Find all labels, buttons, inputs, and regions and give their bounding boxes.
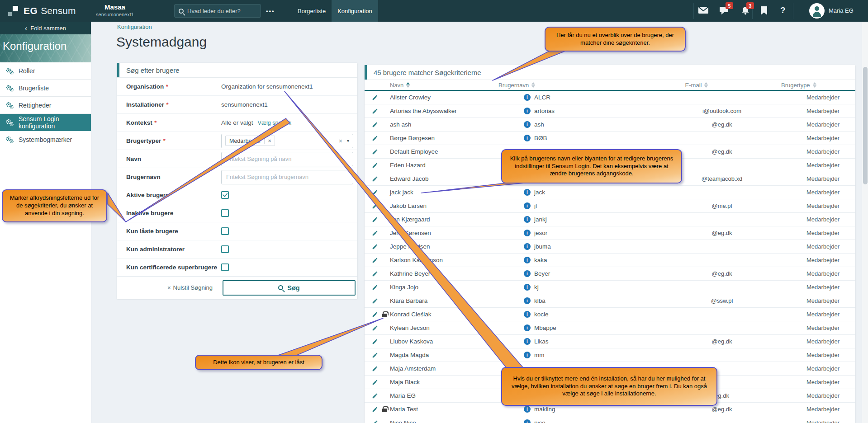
table-row[interactable]: Magda Magda i mm Medarbejder <box>365 348 855 362</box>
user-name-link[interactable]: Klara Barbara <box>390 297 524 304</box>
tab-borgerliste[interactable]: Borgerliste <box>292 0 332 22</box>
edit-pencil-icon[interactable] <box>372 203 378 209</box>
collapse-sidebar-button[interactable]: ‹ Fold sammen <box>0 22 91 34</box>
table-row[interactable]: Karlson Karlsonson i kaka Medarbejder <box>365 254 855 267</box>
table-row[interactable]: jack jack i jack Medarbejder <box>365 186 855 199</box>
edit-pencil-icon[interactable] <box>372 393 378 399</box>
edit-pencil-icon[interactable] <box>372 338 378 345</box>
edit-pencil-icon[interactable] <box>372 366 378 372</box>
table-row[interactable]: Kinga Jojo i kj Medarbejder <box>365 281 855 294</box>
table-row[interactable]: Jakob Larsen i jl @me.pl Medarbejder <box>365 199 855 213</box>
sidebar-item-sensum-login-konfiguration[interactable]: Sensum Login konfiguration <box>0 114 91 131</box>
info-icon[interactable]: i <box>524 324 531 331</box>
user-name-link[interactable]: Kathrine Beyer <box>390 270 524 277</box>
edit-pencil-icon[interactable] <box>372 379 378 385</box>
edit-pencil-icon[interactable] <box>372 244 378 250</box>
user-name-link[interactable]: Karlson Karlsonson <box>390 257 524 263</box>
table-row[interactable]: Jan Kjærgaard i jankj Medarbejder <box>365 213 855 226</box>
user-name-link[interactable]: ash ash <box>390 121 524 128</box>
edit-pencil-icon[interactable] <box>372 298 378 304</box>
current-user-name[interactable]: Maria EG <box>829 7 854 14</box>
column-header-brugertype[interactable]: Brugertype <box>762 82 816 89</box>
edit-pencil-icon[interactable] <box>372 311 378 318</box>
sidebar-item-roller[interactable]: Roller <box>0 62 91 80</box>
info-icon[interactable]: i <box>524 284 531 291</box>
bookmark-icon[interactable] <box>760 6 770 15</box>
aktive-brugere-checkbox[interactable] <box>221 191 229 199</box>
table-row[interactable]: Kathrine Beyer i Beyer @eg.dk Medarbejde… <box>365 267 855 281</box>
edit-pencil-icon[interactable] <box>372 325 378 331</box>
edit-pencil-icon[interactable] <box>372 122 378 128</box>
table-row[interactable]: Jeppe Madsen i jbuma Medarbejder <box>365 240 855 254</box>
user-name-link[interactable]: Nice Nice <box>390 419 524 423</box>
table-row[interactable]: Kylean Jecson i Mbappe Medarbejder <box>365 321 855 335</box>
sidebar-item-rettigheder[interactable]: Rettigheder <box>0 97 91 114</box>
kun-administratorer-checkbox[interactable] <box>221 245 229 253</box>
edit-pencil-icon[interactable] <box>372 176 378 182</box>
search-button[interactable]: Søg <box>223 280 356 296</box>
edit-pencil-icon[interactable] <box>372 284 378 291</box>
reset-search-button[interactable]: × Nulstil Søgning <box>167 284 213 291</box>
info-icon[interactable]: i <box>524 216 531 223</box>
info-icon[interactable]: i <box>524 108 531 114</box>
context-switcher[interactable]: Masaa sensumonenext1 <box>81 3 149 18</box>
table-row[interactable]: Artorias the Abysswalker i artorias i@ou… <box>365 104 855 118</box>
dropdown-caret-icon[interactable]: ▾ <box>347 138 349 143</box>
table-row[interactable]: Alister Crowley i ALCR Medarbejder <box>365 91 855 104</box>
info-icon[interactable]: i <box>524 230 531 236</box>
user-name-link[interactable]: Maria Test <box>390 406 524 413</box>
user-name-link[interactable]: Kylean Jecson <box>390 324 524 331</box>
search-input[interactable] <box>187 8 255 14</box>
edit-pencil-icon[interactable] <box>372 420 378 423</box>
sidebar-item-systembogm-rker[interactable]: Systembogmærker <box>0 131 91 148</box>
user-name-link[interactable]: Kinga Jojo <box>390 284 524 291</box>
user-name-link[interactable]: Jan Kjærgaard <box>390 216 524 223</box>
table-row[interactable]: Jens Sørensen i jesor @eg.dk Medarbejder <box>365 226 855 240</box>
edit-pencil-icon[interactable] <box>372 257 378 263</box>
global-search[interactable] <box>174 4 261 18</box>
table-row[interactable]: Nice Nice i nice Medarbejder <box>365 416 855 423</box>
user-name-link[interactable]: Artorias the Abysswalker <box>390 108 524 114</box>
info-icon[interactable]: i <box>524 270 531 277</box>
column-header-navn[interactable]: Navn <box>365 82 498 89</box>
info-icon[interactable]: i <box>524 189 531 196</box>
info-icon[interactable]: i <box>524 338 531 345</box>
user-name-link[interactable]: Jeppe Madsen <box>390 243 524 250</box>
inaktive-brugere-checkbox[interactable] <box>221 209 229 217</box>
table-row[interactable]: Klara Barbara i klba @ssw.pl Medarbejder <box>365 294 855 308</box>
vaelg-specifik-link[interactable]: Vælg specifik <box>258 120 291 126</box>
info-icon[interactable]: i <box>524 297 531 304</box>
chip-remove-icon[interactable]: × <box>264 137 275 144</box>
table-row[interactable]: Liubov Kaskova i Likas @eg.dk Medarbejde… <box>365 335 855 348</box>
user-name-link[interactable]: jack jack <box>390 189 524 196</box>
info-icon[interactable]: i <box>524 406 531 413</box>
edit-pencil-icon[interactable] <box>372 135 378 141</box>
edit-pencil-icon[interactable] <box>372 108 378 114</box>
info-icon[interactable]: i <box>524 419 531 423</box>
more-menu-icon[interactable]: ••• <box>266 0 275 22</box>
info-icon[interactable]: i <box>524 121 531 128</box>
user-name-link[interactable]: Magda Magda <box>390 352 524 358</box>
user-name-link[interactable]: Alister Crowley <box>390 94 524 101</box>
clear-icon[interactable]: × <box>339 137 342 145</box>
scrollbar-thumb[interactable] <box>863 67 868 184</box>
column-header-email[interactable]: E-mail <box>631 82 762 89</box>
column-header-brugernavn[interactable]: Brugernavn <box>498 82 631 89</box>
user-name-link[interactable]: Konrad Cieślak <box>390 311 524 318</box>
edit-pencil-icon[interactable] <box>372 149 378 155</box>
info-icon[interactable]: i <box>524 202 531 209</box>
edit-pencil-icon[interactable] <box>372 216 378 223</box>
kun-laaste-brugere-checkbox[interactable] <box>221 227 229 235</box>
brugertyper-multiselect[interactable]: Medarbejder × × ▾ <box>221 134 353 148</box>
mail-icon[interactable] <box>698 6 708 15</box>
user-name-link[interactable]: Liubov Kaskova <box>390 338 524 345</box>
table-row[interactable]: Børge Børgesen i BØB Medarbejder <box>365 132 855 145</box>
edit-pencil-icon[interactable] <box>372 162 378 169</box>
edit-pencil-icon[interactable] <box>372 230 378 236</box>
kun-certificerede-superbrugere-checkbox[interactable] <box>221 263 229 271</box>
avatar[interactable] <box>809 3 825 19</box>
info-icon[interactable]: i <box>524 311 531 318</box>
info-icon[interactable]: i <box>524 94 531 101</box>
user-name-link[interactable]: Børge Børgesen <box>390 135 524 141</box>
user-name-link[interactable]: Jens Sørensen <box>390 230 524 236</box>
